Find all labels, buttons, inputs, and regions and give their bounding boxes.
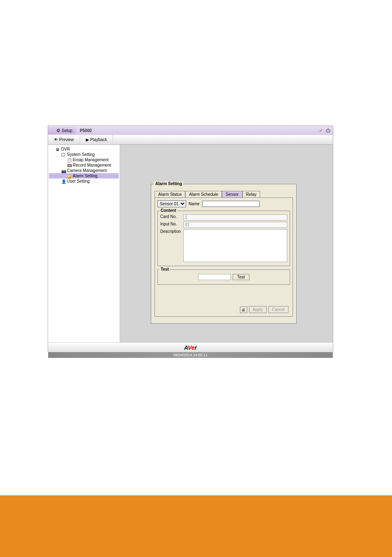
power-icon[interactable]: ⏻ bbox=[326, 128, 330, 133]
alarm-setting-panel: Alarm Setting Alarm Status Alarm Schedul… bbox=[151, 184, 297, 324]
sensor-select[interactable]: Sensor 01 bbox=[157, 200, 186, 207]
tab-content: Sensor 01 Name Content Card No. 1 bbox=[154, 197, 293, 317]
monitor-icon: 🖵 bbox=[61, 153, 66, 157]
cardno-value: 1 bbox=[183, 214, 287, 220]
tree-label: Alarm Setting bbox=[73, 174, 97, 178]
content-fieldset: Content Card No. 1 Input No. 01 bbox=[157, 211, 290, 266]
playback-label: Playback bbox=[90, 137, 107, 142]
tree-alarm[interactable]: 🔔Alarm Setting bbox=[49, 173, 119, 179]
description-input[interactable] bbox=[183, 229, 287, 262]
preview-button[interactable]: 👁Preview bbox=[48, 135, 80, 144]
logo-area: AVer bbox=[48, 342, 333, 352]
tree-label: Emap Management bbox=[73, 158, 108, 162]
tab-sensor[interactable]: Sensor bbox=[222, 191, 242, 198]
camera-icon: 📷 bbox=[61, 169, 66, 173]
tree-system-setting[interactable]: 🖵System Setting bbox=[49, 152, 119, 157]
record-icon: 📼 bbox=[67, 163, 72, 167]
tab-bar: Alarm Status Alarm Schedule Sensor Relay bbox=[154, 191, 293, 198]
content-legend: Content bbox=[159, 208, 178, 213]
tab-alarm-status[interactable]: Alarm Status bbox=[154, 191, 185, 198]
playback-button[interactable]: ▶Playback bbox=[80, 135, 113, 144]
tab-relay[interactable]: Relay bbox=[242, 191, 261, 198]
tree-label: User Setting bbox=[67, 179, 90, 183]
titlebar: Setup P5000 ⤶ ⏻ bbox=[48, 126, 333, 135]
sidebar-tree: 🖥DVR 🖵System Setting 📋Emap Management 📼R… bbox=[48, 145, 120, 342]
tree-label: Camera Management bbox=[67, 168, 107, 173]
brand-logo: AVer bbox=[184, 344, 197, 351]
print-icon[interactable]: 🖨 bbox=[240, 306, 247, 313]
application-window: Setup P5000 ⤶ ⏻ 👁Preview ▶Playback 🖥DVR … bbox=[48, 125, 333, 352]
map-icon: 📋 bbox=[67, 158, 72, 162]
tree-emap[interactable]: 📋Emap Management bbox=[49, 157, 119, 162]
description-label: Description bbox=[160, 229, 183, 234]
name-label: Name bbox=[189, 202, 200, 206]
content-area: Alarm Setting Alarm Status Alarm Schedul… bbox=[120, 145, 333, 342]
cancel-button[interactable]: Cancel bbox=[268, 306, 288, 313]
toolbar: 👁Preview ▶Playback bbox=[48, 135, 333, 145]
apply-button[interactable]: Apply bbox=[249, 306, 267, 313]
tab-alarm-schedule[interactable]: Alarm Schedule bbox=[185, 191, 222, 198]
tree-user[interactable]: 👤User Setting bbox=[49, 179, 119, 184]
tree-label: DVR bbox=[61, 147, 70, 151]
model-label: P5000 bbox=[80, 128, 92, 133]
tree-label: System Setting bbox=[67, 152, 95, 157]
inputno-value: 01 bbox=[183, 222, 287, 228]
preview-label: Preview bbox=[59, 137, 74, 142]
test-button[interactable]: Test bbox=[233, 274, 249, 280]
minimize-icon[interactable]: ⤶ bbox=[319, 128, 323, 133]
tree-record[interactable]: 📼Record Management bbox=[49, 162, 119, 168]
computer-icon: 🖥 bbox=[55, 147, 60, 151]
tree-dvr[interactable]: 🖥DVR bbox=[49, 146, 119, 152]
tree-label: Record Management bbox=[73, 163, 111, 167]
setup-label: Setup bbox=[62, 128, 72, 133]
panel-title: Alarm Setting bbox=[154, 181, 184, 186]
test-legend: Test bbox=[159, 267, 170, 272]
user-icon: 👤 bbox=[61, 179, 66, 183]
eye-icon: 👁 bbox=[54, 137, 58, 142]
alarm-icon: 🔔 bbox=[67, 174, 72, 178]
tree-camera[interactable]: 📷Camera Management bbox=[49, 168, 119, 173]
test-fieldset: Test Test bbox=[157, 269, 290, 285]
name-input[interactable] bbox=[202, 201, 260, 207]
playback-icon: ▶ bbox=[86, 137, 89, 142]
page-footer bbox=[0, 495, 392, 557]
test-input[interactable] bbox=[198, 274, 231, 280]
inputno-label: Input No. bbox=[160, 222, 183, 226]
datetime-bar: 06/24/2014 14:55:11 bbox=[48, 352, 333, 358]
setup-button[interactable]: Setup bbox=[48, 127, 76, 134]
cardno-label: Card No. bbox=[160, 214, 183, 219]
